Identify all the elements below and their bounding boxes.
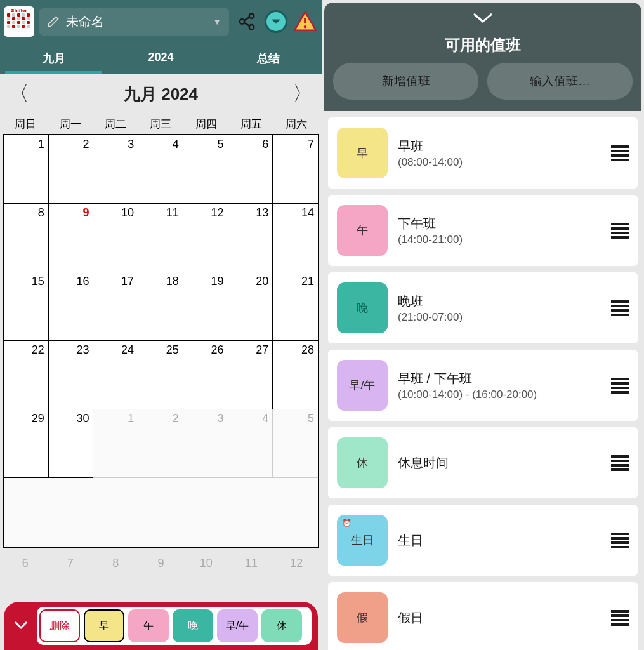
svg-line-3 bbox=[244, 17, 250, 20]
calendar-cell[interactable]: 21 bbox=[273, 272, 318, 341]
next-month-button[interactable]: 〉 bbox=[292, 80, 313, 108]
shift-name: 生日 bbox=[398, 532, 601, 549]
calendar-cell[interactable]: 23 bbox=[49, 341, 94, 409]
calendar-cell[interactable]: 1 bbox=[93, 409, 138, 478]
share-button[interactable] bbox=[234, 9, 260, 34]
calendar-cell[interactable]: 14 bbox=[273, 204, 318, 272]
calendar-cell[interactable]: 9 bbox=[49, 204, 94, 272]
shift-chip[interactable]: 晚 bbox=[173, 609, 213, 642]
calendar-cell[interactable]: 3 bbox=[183, 409, 228, 478]
overflow-cell: 8 bbox=[93, 550, 138, 576]
calendar-cell[interactable]: 11 bbox=[138, 204, 183, 272]
drag-handle-icon[interactable] bbox=[611, 533, 629, 548]
shift-swatch: 早/午 bbox=[337, 360, 388, 411]
weekday-label: 周六 bbox=[274, 114, 319, 134]
shift-row[interactable]: 生日⏰生日 bbox=[328, 505, 638, 576]
calendar-cell[interactable]: 8 bbox=[4, 204, 49, 272]
shift-time: (14:00-21:00) bbox=[398, 234, 601, 246]
weekday-label: 周一 bbox=[48, 114, 93, 134]
calendar-cell[interactable]: 1 bbox=[4, 135, 49, 204]
calendar-cell[interactable]: 7 bbox=[273, 135, 318, 204]
calendar-cell[interactable]: 2 bbox=[49, 135, 94, 204]
shift-chip[interactable]: 早 bbox=[84, 609, 124, 642]
calendar-cell[interactable]: 24 bbox=[93, 341, 138, 409]
panel-collapse-button[interactable] bbox=[471, 11, 494, 27]
calendar-title: 九月 2024 bbox=[124, 83, 198, 105]
app-header: Shifter 未命名 ▼ bbox=[0, 0, 322, 43]
shift-row[interactable]: 休休息时间 bbox=[328, 427, 638, 498]
prev-month-button[interactable]: 〈 bbox=[9, 80, 29, 108]
pencil-icon bbox=[47, 15, 60, 28]
app-logo-grid bbox=[7, 13, 31, 28]
add-shift-button[interactable]: 新增值班 bbox=[333, 63, 478, 100]
tab-2[interactable]: 总结 bbox=[214, 43, 322, 74]
overflow-cell: 9 bbox=[138, 550, 183, 576]
shift-info: 早班(08:00-14:00) bbox=[398, 138, 601, 169]
input-shift-button[interactable]: 输入值班… bbox=[487, 63, 633, 100]
calendar-cell[interactable]: 28 bbox=[273, 341, 318, 409]
calendar-cell[interactable]: 19 bbox=[183, 272, 228, 341]
shift-chip[interactable]: 早/午 bbox=[217, 609, 258, 642]
calendar-cell[interactable]: 6 bbox=[228, 135, 273, 204]
calendar-cell[interactable]: 30 bbox=[49, 409, 94, 478]
calendar-nav: 〈 九月 2024 〉 bbox=[0, 74, 322, 114]
shift-row[interactable]: 晚晚班(21:00-07:00) bbox=[328, 272, 638, 343]
weekday-label: 周四 bbox=[183, 114, 228, 134]
calendar-cell[interactable]: 16 bbox=[49, 272, 94, 341]
shift-swatch: 午 bbox=[337, 205, 388, 256]
calendar-cell[interactable]: 20 bbox=[228, 272, 273, 341]
dropdown-button[interactable] bbox=[265, 10, 287, 33]
tab-0[interactable]: 九月 bbox=[0, 43, 107, 74]
share-icon bbox=[237, 12, 256, 31]
calendar-cell[interactable]: 4 bbox=[138, 135, 183, 204]
calendar-cell[interactable]: 18 bbox=[138, 272, 183, 341]
delete-chip[interactable]: 删除 bbox=[39, 609, 80, 642]
calendar-cell[interactable]: 10 bbox=[93, 204, 138, 272]
shift-swatch: 生日⏰ bbox=[337, 515, 388, 566]
drag-handle-icon[interactable] bbox=[611, 223, 629, 239]
calendar-cell[interactable]: 13 bbox=[228, 204, 273, 272]
svg-point-1 bbox=[240, 19, 245, 24]
calendar-cell-empty bbox=[228, 478, 273, 547]
calendar-cell[interactable]: 5 bbox=[273, 409, 318, 478]
shift-chip[interactable]: 休 bbox=[261, 609, 302, 642]
bottom-bar-toggle[interactable] bbox=[10, 620, 32, 633]
drag-handle-icon[interactable] bbox=[611, 145, 629, 161]
schedule-name-selector[interactable]: 未命名 ▼ bbox=[39, 8, 229, 36]
drag-handle-icon[interactable] bbox=[611, 378, 629, 394]
calendar-cell[interactable]: 26 bbox=[183, 341, 228, 409]
left-pane: Shifter 未命名 ▼ 九月2024总结 〈 九月 2024 〉 周日 bbox=[0, 0, 322, 650]
drag-handle-icon[interactable] bbox=[611, 610, 629, 626]
calendar-cell-empty bbox=[93, 478, 138, 547]
calendar-cell[interactable]: 3 bbox=[93, 135, 138, 204]
calendar-cell[interactable]: 17 bbox=[93, 272, 138, 341]
shifts-panel-buttons: 新增值班 输入值班… bbox=[324, 63, 641, 100]
calendar-cell[interactable]: 29 bbox=[4, 409, 49, 478]
calendar-cell[interactable]: 25 bbox=[138, 341, 183, 409]
weekday-label: 周三 bbox=[138, 114, 183, 134]
shift-name: 休息时间 bbox=[398, 454, 601, 472]
drag-handle-icon[interactable] bbox=[611, 300, 629, 316]
calendar-cell[interactable]: 12 bbox=[183, 204, 228, 272]
calendar-grid: 1234567891011121314151617181920212223242… bbox=[3, 134, 319, 548]
calendar-cell[interactable]: 5 bbox=[183, 135, 228, 204]
warning-button[interactable] bbox=[292, 9, 318, 34]
tabs: 九月2024总结 bbox=[0, 43, 322, 74]
overflow-cell: 12 bbox=[274, 550, 319, 576]
shift-row[interactable]: 午下午班(14:00-21:00) bbox=[328, 195, 638, 266]
calendar-cell[interactable]: 2 bbox=[138, 409, 183, 478]
shift-chip[interactable]: 午 bbox=[128, 609, 169, 642]
shift-row[interactable]: 早早班(08:00-14:00) bbox=[328, 117, 638, 189]
app-logo[interactable]: Shifter bbox=[4, 6, 34, 37]
shift-row[interactable]: 假假日 bbox=[328, 582, 638, 650]
shift-list[interactable]: 早早班(08:00-14:00)午下午班(14:00-21:00)晚晚班(21:… bbox=[322, 111, 644, 650]
overflow-cell: 11 bbox=[228, 550, 273, 576]
calendar-cell[interactable]: 27 bbox=[228, 341, 273, 409]
schedule-name-text: 未命名 bbox=[66, 13, 206, 30]
calendar-cell[interactable]: 4 bbox=[228, 409, 273, 478]
calendar-cell[interactable]: 15 bbox=[4, 272, 49, 341]
calendar-cell[interactable]: 22 bbox=[4, 341, 49, 409]
tab-1[interactable]: 2024 bbox=[107, 43, 214, 74]
shift-row[interactable]: 早/午早班 / 下午班(10:00-14:00) - (16:00-20:00) bbox=[328, 350, 638, 421]
drag-handle-icon[interactable] bbox=[611, 455, 629, 471]
